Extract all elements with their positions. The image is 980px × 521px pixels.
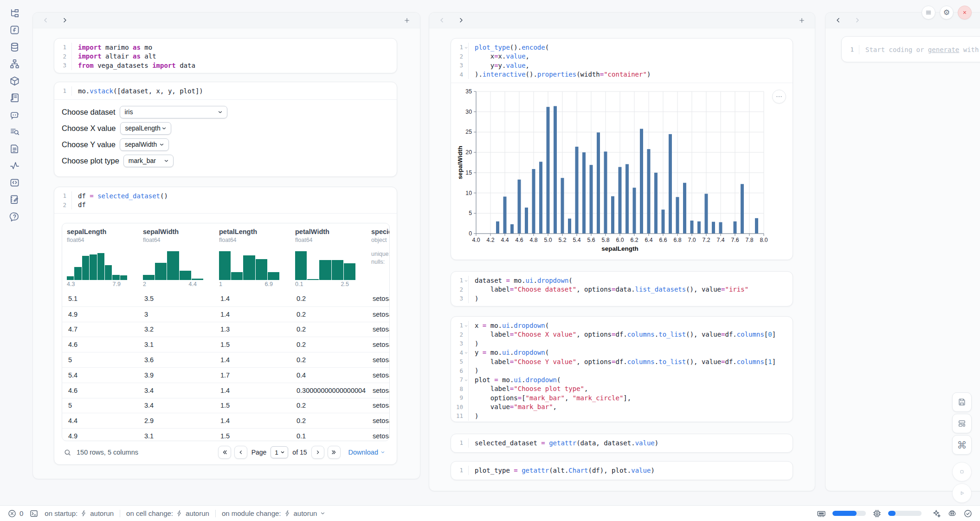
fold-icon[interactable] xyxy=(464,378,468,382)
code-line[interactable]: 9 options=["mark_bar", "mark_circle"], xyxy=(451,393,793,403)
settings-button[interactable]: ⚙︎ xyxy=(940,6,954,20)
code-line[interactable]: 3 y=y.value, xyxy=(451,61,793,70)
shutdown-button[interactable] xyxy=(958,6,972,20)
code-line[interactable]: 3from vega_datasets import data xyxy=(54,61,397,70)
empty-code-cell[interactable]: 1 Start coding or generate with AI. xyxy=(841,36,980,62)
code-line[interactable]: 1df = selected_dataset() xyxy=(54,191,397,201)
data-sources-icon[interactable] xyxy=(6,39,23,56)
dependency-graph-icon[interactable] xyxy=(6,56,23,73)
table-row[interactable]: 5.43.91.70.4setosa xyxy=(62,367,389,383)
code-cell-dataframe[interactable]: 1df = selected_dataset()2df sepalLengthf… xyxy=(54,187,397,465)
code-line[interactable]: 6) xyxy=(451,366,793,376)
code-line[interactable]: 2 label="Choose X value", options=df.col… xyxy=(451,330,793,339)
file-explorer-icon[interactable] xyxy=(6,5,23,22)
column-forward-icon[interactable] xyxy=(61,17,68,24)
fold-icon[interactable] xyxy=(464,279,468,283)
documentation-icon[interactable] xyxy=(6,140,23,157)
code-line[interactable]: 1import marimo as mo xyxy=(54,43,397,52)
code-line[interactable]: 1selected_dataset = getattr(data, datase… xyxy=(451,438,793,448)
choose-y-value-select[interactable]: sepalWidth xyxy=(120,138,169,151)
code-line[interactable]: 1mo.vstack([dataset, x, y, plot]) xyxy=(54,86,397,96)
memory-usage-meter[interactable] xyxy=(832,511,866,516)
table-row[interactable]: 53.61.40.2setosa xyxy=(62,352,389,367)
code-cell-xy-plot-dropdowns[interactable]: 1x = mo.ui.dropdown(2 label="Choose X va… xyxy=(451,316,793,422)
table-row[interactable]: 4.931.40.2setosa xyxy=(62,306,389,322)
column-name[interactable]: species xyxy=(371,228,390,235)
table-row[interactable]: 53.41.50.2setosa xyxy=(62,398,389,413)
fold-icon[interactable] xyxy=(464,351,468,355)
code-line[interactable]: 4y = mo.ui.dropdown( xyxy=(451,348,793,358)
code-line[interactable]: 8 label="Choose plot type", xyxy=(451,384,793,394)
code-line[interactable]: 2 label="Choose dataset", options=data.l… xyxy=(451,285,793,294)
bar-chart[interactable]: 4.04.24.44.64.85.05.25.45.65.86.06.26.46… xyxy=(457,85,781,256)
autorun-status[interactable]: on startup:autorun xyxy=(45,509,114,517)
code-cell-dataset-dropdown[interactable]: 1dataset = mo.ui.dropdown(2 label="Choos… xyxy=(451,271,793,306)
add-cell-icon[interactable] xyxy=(798,17,806,24)
packages-icon[interactable] xyxy=(6,72,23,90)
ai-chat-icon[interactable] xyxy=(6,106,23,124)
code-line[interactable]: 2 x=x.value, xyxy=(451,52,793,61)
error-count[interactable]: 0 xyxy=(7,509,23,518)
autorun-status[interactable]: on cell change:autorun xyxy=(126,509,209,517)
page-select[interactable]: 1 xyxy=(271,446,288,458)
column-name[interactable]: petalLength xyxy=(219,228,279,235)
choose-plot-type-select[interactable]: mark_bar xyxy=(123,155,174,167)
variables-icon[interactable] xyxy=(6,22,23,39)
code-line[interactable]: 1plot_type().encode( xyxy=(451,43,793,52)
code-line[interactable]: 3) xyxy=(451,294,793,303)
save-button[interactable] xyxy=(952,392,972,412)
scratchpad-icon[interactable] xyxy=(6,191,23,208)
choose-x-value-select[interactable]: sepalLength xyxy=(120,122,171,135)
column-name[interactable]: petalWidth xyxy=(295,228,355,235)
code-cell-plot-type[interactable]: 1plot_type = getattr(alt.Chart(df), plot… xyxy=(451,461,793,480)
generate-with-ai-link[interactable]: generate xyxy=(928,46,959,53)
table-row[interactable]: 4.42.91.40.2setosa xyxy=(62,413,389,428)
cell-placeholder[interactable]: Start coding or generate with AI. xyxy=(859,46,980,53)
column-name[interactable]: sepalWidth xyxy=(143,228,203,235)
code-cell-vstack[interactable]: 1mo.vstack([dataset, x, y, plot]) Choose… xyxy=(54,82,397,177)
code-line[interactable]: 4).interactive().properties(width="conta… xyxy=(451,70,793,79)
last-page-button[interactable] xyxy=(328,446,341,459)
column-forward-icon[interactable] xyxy=(854,17,861,24)
code-line[interactable]: 7plot = mo.ui.dropdown( xyxy=(451,375,793,384)
code-cell-plot[interactable]: 1plot_type().encode(2 x=x.value,3 y=y.va… xyxy=(451,38,793,260)
table-search-icon[interactable] xyxy=(64,449,71,456)
feedback-icon[interactable] xyxy=(6,208,23,225)
fold-icon[interactable] xyxy=(464,46,468,50)
terminal-icon[interactable] xyxy=(29,509,39,518)
copilot-icon[interactable] xyxy=(948,509,957,518)
column-back-icon[interactable] xyxy=(438,17,445,24)
prev-page-button[interactable] xyxy=(234,446,247,459)
cpu-usage-meter[interactable] xyxy=(888,511,922,516)
code-line[interactable]: 1plot_type = getattr(alt.Chart(df), plot… xyxy=(451,466,793,475)
first-page-button[interactable] xyxy=(218,446,231,459)
layout-button[interactable] xyxy=(952,414,972,433)
code-line[interactable]: 1x = mo.ui.dropdown( xyxy=(451,321,793,330)
keyboard-shortcuts-button[interactable]: ⌘ xyxy=(952,435,972,455)
table-row[interactable]: 4.63.41.40.30000000000000004setosa xyxy=(62,383,389,398)
code-cell-selected-dataset[interactable]: 1selected_dataset = getattr(data, datase… xyxy=(451,434,793,453)
fold-icon[interactable] xyxy=(464,324,468,328)
column-forward-icon[interactable] xyxy=(458,17,464,24)
run-button[interactable] xyxy=(952,483,972,503)
table-row[interactable]: 5.13.51.40.2setosa xyxy=(62,291,389,306)
add-cell-icon[interactable] xyxy=(403,17,411,24)
code-line[interactable]: 5 label="Choose Y value", options=df.col… xyxy=(451,357,793,366)
code-line[interactable]: 11) xyxy=(451,411,793,421)
code-line[interactable]: 10 value="mark_bar", xyxy=(451,403,793,412)
table-row[interactable]: 4.93.11.50.1setosa xyxy=(62,428,389,441)
code-line[interactable]: 2df xyxy=(54,201,397,210)
ai-sparkles-icon[interactable] xyxy=(932,509,941,518)
logs-icon[interactable] xyxy=(6,90,23,107)
column-back-icon[interactable] xyxy=(835,17,842,24)
code-line[interactable]: 3) xyxy=(451,339,793,348)
code-line[interactable]: 2import altair as alt xyxy=(54,52,397,61)
column-name[interactable]: sepalLength xyxy=(67,228,127,235)
chart-actions-icon[interactable] xyxy=(772,90,786,104)
stop-button[interactable] xyxy=(952,462,972,482)
next-page-button[interactable] xyxy=(311,446,324,459)
table-row[interactable]: 4.73.21.30.2setosa xyxy=(62,322,389,337)
tracing-icon[interactable] xyxy=(6,157,23,175)
column-back-icon[interactable] xyxy=(42,17,49,24)
outputs-icon[interactable] xyxy=(6,174,23,191)
